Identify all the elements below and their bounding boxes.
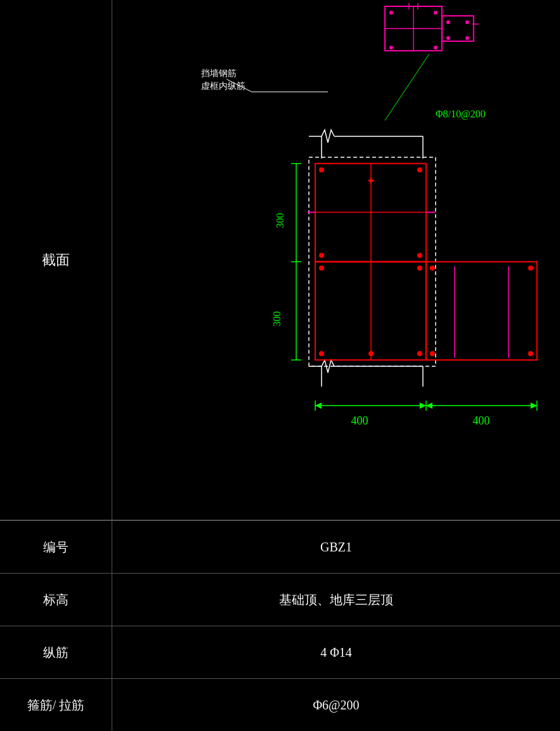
svg-point-44 (319, 265, 324, 270)
svg-point-53 (528, 351, 533, 356)
table-row-bianhao: 编号 GBZ1 (0, 521, 560, 574)
svg-point-51 (528, 265, 533, 270)
table-row-gujin: 箍筋/ 拉筋 Φ6@200 (0, 679, 560, 731)
svg-point-10 (446, 36, 450, 40)
label-bianhao: 编号 (0, 521, 112, 573)
svg-point-46 (319, 351, 324, 356)
label-biaoqao: 标高 (0, 574, 112, 626)
svg-point-35 (319, 253, 324, 258)
svg-text:300: 300 (275, 213, 285, 228)
drawing-area: 截面 (0, 0, 560, 520)
drawing-canvas: Φ8/10@200 挡墙钢筋 虚框内纵筋 (112, 0, 560, 520)
technical-drawing: Φ8/10@200 挡墙钢筋 虚框内纵筋 (112, 0, 560, 520)
svg-point-6 (389, 46, 393, 49)
table-area: 编号 GBZ1 标高 基础顶、地库三层顶 纵筋 4 Φ14 箍筋/ 拉筋 Φ6@… (0, 520, 560, 731)
svg-point-8 (446, 20, 450, 24)
svg-line-15 (385, 54, 429, 121)
svg-point-11 (466, 36, 469, 40)
svg-point-5 (434, 11, 438, 15)
section-label: 截面 (0, 0, 112, 520)
label-zongjin: 纵筋 (0, 626, 112, 678)
svg-text:挡墙钢筋: 挡墙钢筋 (201, 69, 237, 78)
value-zongjin: 4 Φ14 (112, 626, 560, 678)
svg-point-50 (430, 265, 435, 270)
svg-point-34 (417, 168, 422, 173)
svg-point-33 (319, 168, 324, 173)
svg-point-4 (389, 11, 393, 15)
svg-point-52 (430, 351, 435, 356)
svg-marker-67 (420, 402, 426, 409)
svg-point-36 (417, 253, 422, 258)
svg-point-47 (417, 351, 422, 356)
svg-rect-49 (426, 261, 537, 360)
svg-text:400: 400 (472, 414, 490, 427)
table-row-zongjin: 纵筋 4 Φ14 (0, 626, 560, 679)
svg-text:虚框内纵筋: 虚框内纵筋 (201, 81, 245, 91)
svg-marker-66 (315, 402, 322, 409)
svg-text:300: 300 (271, 311, 282, 326)
svg-text:Φ8/10@200: Φ8/10@200 (436, 109, 486, 120)
svg-point-9 (466, 20, 469, 24)
label-gujin: 箍筋/ 拉筋 (0, 679, 112, 731)
svg-point-45 (417, 265, 422, 270)
main-container: 截面 (0, 0, 560, 731)
value-bianhao: GBZ1 (112, 521, 560, 573)
svg-point-7 (434, 46, 438, 49)
svg-text:400: 400 (351, 414, 368, 427)
svg-marker-72 (531, 402, 537, 409)
value-gujin: Φ6@200 (112, 679, 560, 731)
svg-point-48 (368, 351, 374, 356)
table-row-biaoqao: 标高 基础顶、地库三层顶 (0, 574, 560, 626)
value-biaoqao: 基础顶、地库三层顶 (112, 574, 560, 626)
svg-marker-71 (426, 402, 433, 409)
